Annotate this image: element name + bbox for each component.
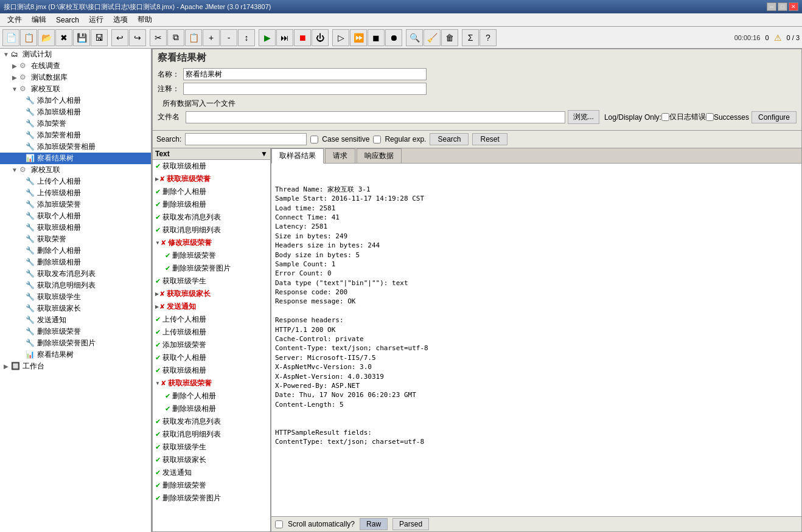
split-item-11[interactable]: ▶ ✘ 发送通知 [153,300,270,313]
split-item-21[interactable]: ✔ 获取消息明细列表 [153,428,270,441]
tree-item-get-msg-list[interactable]: 🔧 获取发布消息列表 [0,268,151,280]
tree-item-get-students[interactable]: 🔧 获取班级学生 [0,291,151,303]
split-item-10[interactable]: ▶ ✘ 获取班级家长 [153,288,270,300]
expander-online[interactable]: ▶ [10,61,19,71]
parsed-button[interactable]: Parsed [392,518,429,530]
split-item-3[interactable]: ✔ 删除班级相册 [153,198,270,211]
cut-btn[interactable]: ✂ [150,29,167,46]
tree-item-upload-class[interactable]: 🔧 上传班级相册 [0,187,151,199]
comment-input[interactable] [183,83,427,95]
tree-item-upload-personal[interactable]: 🔧 上传个人相册 [0,176,151,187]
split-item-24[interactable]: ✔ 发送通知 [153,466,270,479]
menu-search[interactable]: Search [51,15,84,26]
expand-arrow-6[interactable]: ▼ [155,240,160,246]
successes-checkbox[interactable] [706,113,714,121]
name-input[interactable] [183,68,427,80]
split-item-18[interactable]: ✔ 删除个人相册 [153,390,270,402]
tree-item-online[interactable]: ▶ ⚙ 在线调查 [0,60,151,72]
remote-stop-all-btn[interactable]: ⏺ [385,29,402,46]
tree-item-get-parents[interactable]: 🔧 获取班级家长 [0,303,151,314]
tree-item-db[interactable]: ▶ ⚙ 测试数据库 [0,72,151,83]
tab-request[interactable]: 请求 [325,148,355,163]
tree-item-add-class-honor[interactable]: 🔧 添加班级荣誉 [0,199,151,210]
tree-item-add-honor-album[interactable]: 🔧 添加荣誉相册 [0,130,151,141]
expander-test-plan[interactable]: ▼ [1,50,11,60]
minimize-btn[interactable]: ─ [767,2,776,11]
search-button[interactable]: Search [430,133,469,145]
dropdown-arrow[interactable]: ▼ [260,150,268,158]
tree-item-add-honor[interactable]: 🔧 添加荣誉 [0,118,151,130]
split-item-0[interactable]: ✔ 获取班级相册 [153,160,270,173]
close-btn[interactable]: ✖ [55,29,72,46]
toggle-btn[interactable]: ↕ [238,29,255,46]
help-tb-btn[interactable]: ? [479,29,497,46]
remote-stop-btn[interactable]: ◼ [368,29,385,46]
tree-item-send-notice[interactable]: 🔧 发送通知 [0,314,151,326]
split-item-9[interactable]: ✔ 获取班级学生 [153,275,270,288]
clear-all-btn[interactable]: 🗑 [441,29,458,46]
search-tb-btn[interactable]: 🔍 [406,29,423,46]
split-item-22[interactable]: ✔ 获取班级学生 [153,441,270,454]
split-item-8[interactable]: ✔ 删除班级荣誉图片 [153,262,270,275]
tree-item-del-class[interactable]: 🔧 删除班级相册 [0,257,151,268]
tree-item-workbench[interactable]: ▶ 🔲 工作台 [0,361,151,372]
tree-item-get-personal[interactable]: 🔧 获取个人相册 [0,210,151,222]
split-item-26[interactable]: ✔ 删除班级荣誉图片 [153,492,270,505]
tree-item-del-honor[interactable]: 🔧 删除班级荣誉 [0,326,151,337]
split-item-15[interactable]: ✔ 获取个人相册 [153,351,270,364]
paste-btn[interactable]: 📋 [185,29,202,46]
split-item-6[interactable]: ▼ ✘ 修改班级荣誉 [153,237,270,249]
menu-run[interactable]: 运行 [84,13,108,26]
tab-response-data[interactable]: 响应数据 [357,148,402,163]
expander-jxhl1[interactable]: ▼ [10,85,19,94]
menu-help[interactable]: 帮助 [133,13,157,26]
split-item-23[interactable]: ✔ 获取班级家长 [153,454,270,466]
tree-item-add-class[interactable]: 🔧 添加班级相册 [0,106,151,118]
split-item-5[interactable]: ✔ 获取消息明细列表 [153,224,270,237]
split-item-12[interactable]: ✔ 上传个人相册 [153,313,270,326]
function-helper-btn[interactable]: Σ [462,29,479,46]
expander-jxhl2[interactable]: ▼ [10,165,19,175]
copy-btn[interactable]: ⧉ [167,29,184,46]
tree-item-get-class[interactable]: 🔧 获取班级相册 [0,222,151,233]
save-btn[interactable]: 💾 [73,29,90,46]
tree-item-del-honor-pic[interactable]: 🔧 删除班级荣誉图片 [0,337,151,349]
tree-item-get-honor[interactable]: 🔧 获取荣誉 [0,233,151,245]
start-btn[interactable]: ▶ [259,29,276,46]
search-input[interactable] [185,133,307,145]
tree-item-get-msg-detail[interactable]: 🔧 获取消息明细列表 [0,280,151,291]
split-item-25[interactable]: ✔ 删除班级荣誉 [153,479,270,492]
menu-edit[interactable]: 编辑 [27,13,51,26]
regular-exp-checkbox[interactable] [373,136,381,143]
case-sensitive-checkbox[interactable] [310,136,318,143]
tree-item-result-tree2[interactable]: 📊 察看结果树 [0,349,151,361]
stop-btn[interactable]: ⏹ [294,29,311,46]
tree-item-add-personal[interactable]: 🔧 添加个人相册 [0,95,151,106]
expand-arrow-1[interactable]: ▶ [155,176,159,182]
split-item-13[interactable]: ✔ 上传班级相册 [153,326,270,339]
menu-options[interactable]: 选项 [108,13,133,26]
tree-item-del-personal[interactable]: 🔧 删除个人相册 [0,245,151,257]
expand-btn[interactable]: + [203,29,220,46]
split-item-2[interactable]: ✔ 删除个人相册 [153,185,270,198]
tree-item-test-plan[interactable]: ▼ 🗂 测试计划 [0,49,151,60]
expand-arrow-11[interactable]: ▶ [155,304,159,309]
configure-button[interactable]: Configure [751,111,797,123]
new-btn[interactable]: 📄 [2,29,19,46]
undo-btn[interactable]: ↩ [111,29,128,46]
scroll-auto-checkbox[interactable] [275,520,283,528]
remote-start-btn[interactable]: ▷ [332,29,349,46]
tree-item-add-class-honor-album[interactable]: 🔧 添加班级荣誉相册 [0,141,151,153]
remote-start-all-btn[interactable]: ⏩ [350,29,367,46]
split-item-20[interactable]: ✔ 获取发布消息列表 [153,415,270,428]
split-item-17[interactable]: ▼ ✘ 获取班级荣誉 [153,377,270,390]
shutdown-btn[interactable]: ⏻ [312,29,329,46]
split-item-1[interactable]: ▶ ✘ 获取班级荣誉 [153,173,270,185]
save-as-btn[interactable]: 🖫 [91,29,108,46]
expander-workbench[interactable]: ▶ [1,362,11,371]
raw-button[interactable]: Raw [360,518,388,530]
clear-btn[interactable]: 🧹 [424,29,441,46]
close-btn[interactable]: ✕ [789,2,798,11]
tree-item-jxhl1[interactable]: ▼ ⚙ 家校互联 [0,83,151,95]
split-item-7[interactable]: ✔ 删除班级荣誉 [153,249,270,262]
